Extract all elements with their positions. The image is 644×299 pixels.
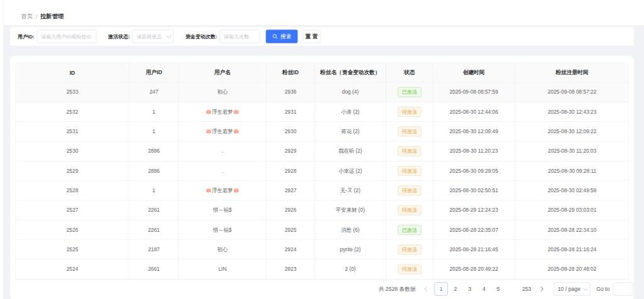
- cell-user-id: 2886: [130, 141, 179, 161]
- table-row: 25281🪷浮生若梦🪷2927无-又 (2)待激活2025-08-30 02:5…: [16, 181, 629, 200]
- cell-created: 2025-08-30 11:20:23: [433, 141, 515, 161]
- cell-created: 2025-08-30 12:09:49: [433, 122, 515, 141]
- column-header: 粉丝注册时间: [515, 63, 629, 82]
- status-label: 激活状态:: [108, 33, 130, 40]
- cell-user-id: 2886: [130, 161, 179, 181]
- cell-fan-name: 平安来财 (0): [315, 200, 386, 220]
- table-wrapper: ID用户ID用户名粉丝ID粉丝名（资金变动次数）状态创建时间粉丝注册时间 253…: [15, 62, 629, 280]
- page-button-5[interactable]: 5: [491, 282, 504, 295]
- fund-count-input[interactable]: 请输入次数: [219, 30, 260, 43]
- breadcrumb-home[interactable]: 首页: [21, 13, 33, 21]
- prev-page-button[interactable]: [420, 282, 433, 295]
- search-icon: [272, 33, 278, 39]
- ellipsis-placeholder: [506, 282, 519, 295]
- cell-created: 2025-08-28 21:16:45: [433, 240, 515, 259]
- cell-id: 2527: [16, 200, 130, 220]
- column-header: 创建时间: [433, 63, 515, 82]
- cell-status: 待激活: [386, 141, 433, 161]
- table-row: 25272261惜～福$2926平安来财 (0)待激活2025-08-29 12…: [16, 200, 629, 220]
- breadcrumb-current: 拉新管理: [40, 13, 64, 21]
- cell-fan-id: 2923: [267, 259, 315, 279]
- cell-user-name: 惜～福$: [179, 200, 267, 220]
- goto-page-input[interactable]: [613, 282, 633, 295]
- cell-registered: 2025-09-08 08:57:22: [515, 82, 629, 102]
- cell-user-id: 247: [130, 82, 179, 102]
- status-badge: 待激活: [397, 126, 421, 136]
- cell-created: 2025-08-30 02:50:51: [433, 181, 515, 200]
- page-button-last[interactable]: 253: [520, 282, 533, 295]
- cell-status: 待激活: [386, 240, 433, 259]
- cell-user-name: 🪷浮生若梦🪷: [179, 102, 267, 122]
- cell-registered: 2025-08-30 12:09:22: [515, 122, 629, 141]
- cell-created: 2025-08-29 12:24:23: [433, 200, 515, 220]
- reset-button-label: 重 置: [305, 33, 318, 40]
- user-id-placeholder: 请输入用户ID或粉丝ID: [41, 33, 91, 40]
- cell-user-id: 2261: [130, 200, 179, 220]
- cell-fan-name: 2 (0): [315, 259, 386, 279]
- cell-user-id: 2187: [130, 240, 179, 259]
- page-button-2[interactable]: 2: [448, 282, 462, 295]
- page-button-4[interactable]: 4: [477, 282, 491, 295]
- cell-id: 2526: [16, 220, 130, 240]
- pagination: 共 2528 条数据 12345 253 10 / page Go to: [15, 282, 633, 295]
- status-badge: 待激活: [397, 205, 421, 215]
- cell-fan-name: dog (4): [315, 82, 386, 102]
- app-root: 首页 / 拉新管理 用户ID: 请输入用户ID或粉丝ID 激活状态: 请选择状态…: [0, 0, 644, 299]
- chevron-down-icon: [167, 33, 172, 38]
- page-button-3[interactable]: 3: [463, 282, 476, 295]
- cell-status: 已激活: [386, 220, 433, 240]
- table-row: 25262261惜～福$2925消愁 (6)已激活2025-08-28 22:3…: [16, 220, 629, 240]
- table-header-row: ID用户ID用户名粉丝ID粉丝名（资金变动次数）状态创建时间粉丝注册时间: [16, 63, 629, 82]
- reset-button[interactable]: 重 置: [303, 30, 320, 43]
- column-header: ID: [16, 63, 130, 82]
- collapsed-sidebar: [0, 0, 3, 299]
- chevron-down-icon: [583, 286, 588, 291]
- user-id-input[interactable]: 请输入用户ID或粉丝ID: [37, 30, 97, 43]
- table-row: 25292886.2928小幸运 (2)待激活2025-08-30 09:29:…: [16, 161, 629, 181]
- cell-user-id: 2261: [130, 220, 179, 240]
- cell-fan-id: 2931: [267, 102, 315, 122]
- cell-created: 2025-08-28 20:49:22: [433, 259, 515, 279]
- status-badge: 已激活: [397, 225, 421, 235]
- cell-status: 待激活: [386, 200, 433, 220]
- cell-id: 2533: [16, 82, 130, 102]
- status-badge: 待激活: [397, 264, 421, 275]
- cell-registered: 2025-08-30 11:20:03: [515, 141, 629, 161]
- search-button-label: 搜索: [280, 33, 291, 40]
- search-button[interactable]: 搜索: [266, 30, 298, 43]
- filter-bar: 用户ID: 请输入用户ID或粉丝ID 激活状态: 请选择状态 资金变动次数: 请…: [10, 27, 634, 45]
- cell-id: 2532: [16, 102, 130, 122]
- cell-id: 2528: [16, 181, 130, 200]
- cell-user-name: LIN: [179, 259, 267, 279]
- cell-fan-name: 荷花 (2): [315, 122, 386, 141]
- status-select[interactable]: 请选择状态: [133, 30, 174, 43]
- cell-registered: 2025-08-29 03:03:01: [515, 200, 629, 220]
- cell-fan-name: 小涛 (2): [315, 102, 386, 122]
- status-badge: 待激活: [397, 244, 421, 254]
- cell-user-name: .: [179, 141, 267, 161]
- cell-fan-name: 无-又 (2): [315, 181, 386, 200]
- cell-id: 2531: [16, 122, 130, 141]
- cell-id: 2530: [16, 141, 130, 161]
- cell-user-name: 🪷浮生若梦🪷: [179, 122, 267, 141]
- page-size-value: 10 / page: [558, 286, 580, 292]
- cell-user-name: .: [179, 161, 267, 181]
- next-page-button[interactable]: [534, 282, 547, 295]
- cell-id: 2525: [16, 240, 130, 259]
- table-row: 2533247初心2936dog (4)已激活2025-09-08 08:57:…: [16, 82, 629, 102]
- cell-fan-id: 2926: [267, 200, 315, 220]
- user-id-label: 用户ID:: [18, 33, 35, 40]
- chevron-right-icon: [538, 286, 543, 291]
- cell-user-name: 惜～福$: [179, 220, 267, 240]
- cell-fan-name: 消愁 (6): [315, 220, 386, 240]
- page-size-select[interactable]: 10 / page: [554, 282, 591, 295]
- cell-fan-id: 2930: [267, 122, 315, 141]
- cell-fan-name: 我在听 (2): [315, 141, 386, 161]
- page-button-1[interactable]: 1: [435, 282, 448, 295]
- cell-status: 待激活: [386, 122, 433, 141]
- table-row: 25252187初心2924pyrite (2)待激活2025-08-28 21…: [16, 240, 629, 259]
- breadcrumb-separator: /: [36, 13, 38, 20]
- cell-registered: 2025-08-28 21:16:24: [515, 240, 629, 259]
- pagination-total: 共 2528 条数据: [379, 285, 416, 293]
- status-badge: 待激活: [397, 107, 421, 117]
